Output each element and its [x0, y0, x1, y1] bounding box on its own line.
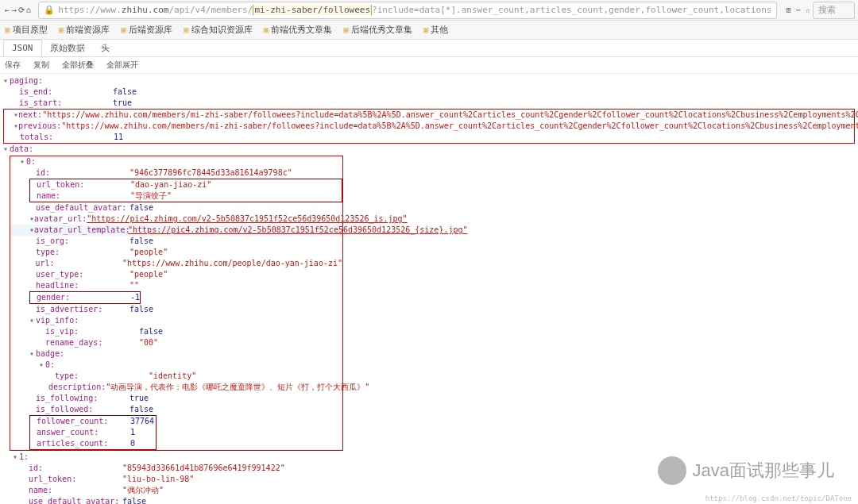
menu-icon[interactable]: ⋯ — [795, 6, 802, 14]
folder-icon: ▣ — [264, 25, 269, 35]
viewer-tabs: JSON 原始数据 头 — [0, 40, 858, 57]
action-copy[interactable]: 复制 — [33, 60, 49, 69]
action-save[interactable]: 保存 — [5, 60, 21, 69]
bookmark-icon[interactable]: ☆ — [805, 6, 811, 14]
bookmark-item[interactable]: ▣后端优秀文章集 — [343, 24, 412, 36]
footer-link: https://blog.csdn.net/topic/DATone — [705, 494, 852, 502]
watermark-logo — [658, 456, 686, 485]
twisty-icon[interactable]: ▾ — [13, 452, 19, 463]
folder-icon: ▣ — [184, 25, 189, 35]
folder-icon: ▣ — [121, 25, 126, 35]
folder-icon: ▣ — [5, 25, 10, 35]
bookmark-item[interactable]: ▣前端优秀文章集 — [264, 24, 333, 36]
url-bar[interactable]: 🔒 https://www.zhihu.com/api/v4/members/m… — [38, 2, 777, 19]
sync-icon[interactable]: ⊞ — [785, 6, 791, 14]
home-button[interactable]: ⌂ — [25, 2, 32, 18]
tab-raw[interactable]: 原始数据 — [42, 40, 93, 56]
bookmark-item[interactable]: ▣其他 — [423, 24, 449, 36]
watermark: Java面试那些事儿 — [658, 456, 834, 485]
action-collapse-all[interactable]: 全部折叠 — [62, 60, 94, 69]
bookmark-item[interactable]: ▣综合知识资源库 — [184, 24, 253, 36]
twisty-icon[interactable]: ▾ — [39, 360, 45, 371]
twisty-icon[interactable]: ▾ — [3, 75, 10, 87]
back-button[interactable]: ← — [3, 2, 10, 18]
folder-icon: ▣ — [59, 25, 64, 35]
json-tree: ▾paging: is_end:false is_start:true ▾nex… — [0, 74, 858, 504]
bookmark-item[interactable]: ▣前端资源库 — [59, 24, 110, 36]
action-expand-all[interactable]: 全部展开 — [106, 60, 138, 69]
twisty-icon[interactable]: ▾ — [20, 156, 26, 167]
reload-button[interactable]: ⟳ — [17, 2, 25, 18]
twisty-icon[interactable]: ▾ — [29, 315, 36, 326]
twisty-icon[interactable]: ▾ — [29, 348, 36, 360]
search-input[interactable]: 搜索 — [813, 2, 855, 19]
twisty-icon[interactable]: ▾ — [3, 144, 10, 155]
tab-json[interactable]: JSON — [3, 40, 42, 56]
json-actions: 保存 复制 全部折叠 全部展开 — [0, 57, 858, 74]
bookmark-item[interactable]: ▣项目原型 — [5, 24, 48, 36]
forward-button[interactable]: → — [10, 2, 17, 18]
tab-headers[interactable]: 头 — [93, 40, 118, 56]
folder-icon: ▣ — [343, 25, 349, 35]
bookmarks-bar: ▣项目原型 ▣前端资源库 ▣后端资源库 ▣综合知识资源库 ▣前端优秀文章集 ▣后… — [0, 21, 858, 40]
lock-icon: 🔒 — [44, 5, 55, 15]
url-highlighted-segment: mi-zhi-saber/followees — [253, 5, 372, 15]
browser-toolbar: ← → ⟳ ⌂ 🔒 https://www.zhihu.com/api/v4/m… — [0, 0, 858, 21]
bookmark-item[interactable]: ▣后端资源库 — [121, 24, 172, 36]
folder-icon: ▣ — [423, 25, 429, 35]
